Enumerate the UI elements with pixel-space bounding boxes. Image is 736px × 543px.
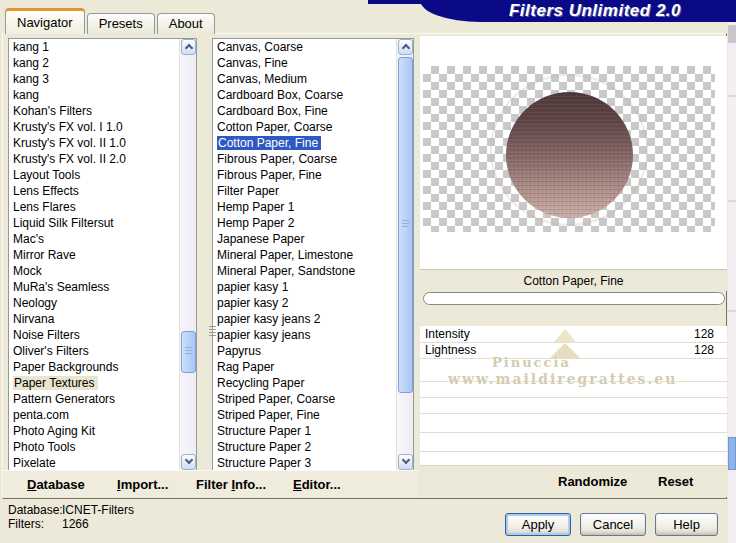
preview-texture-circle [506,92,633,218]
category-list-item[interactable]: kang [9,87,179,103]
tab-navigator[interactable]: Navigator [5,8,85,34]
filter-list-item[interactable]: Japanese Paper [213,231,396,247]
filter-list-item[interactable]: Cotton Paper, Coarse [213,119,396,135]
category-list-item[interactable]: Kohan's Filters [9,103,179,119]
filter-list-item[interactable]: Structure Paper 1 [213,423,396,439]
filter-list-item[interactable]: Hemp Paper 2 [213,215,396,231]
filter-list-item[interactable]: Mineral Paper, Sandstone [213,263,396,279]
filter-list-item[interactable]: Canvas, Medium [213,71,396,87]
filter-list-item[interactable]: Mineral Paper, Limestone [213,247,396,263]
progress-bar [423,292,725,305]
filter-list-item[interactable]: papier kasy jeans [213,327,396,343]
slider-value-lightness: 128 [694,342,714,358]
tab-presets[interactable]: Presets [87,13,155,34]
category-list-item[interactable]: Mirror Rave [9,247,179,263]
slider-label-lightness: Lightness [425,342,476,358]
category-list-item[interactable]: Nirvana [9,311,179,327]
scroll-up-icon[interactable] [398,39,413,55]
category-list-item[interactable]: Lens Flares [9,199,179,215]
scrollbar-thumb[interactable] [181,331,196,373]
transparency-checkerboard [423,66,715,232]
filter-list-item[interactable]: papier kasy jeans 2 [213,311,396,327]
filter-list: Canvas, CoarseCanvas, FineCanvas, Medium… [213,39,396,470]
scroll-up-icon[interactable] [181,39,196,55]
filter-list-item[interactable]: Fibrous Paper, Coarse [213,151,396,167]
category-list-item[interactable]: Krusty's FX vol. II 1.0 [9,135,179,151]
filter-list-item[interactable]: Canvas, Fine [213,55,396,71]
filter-list-item[interactable]: Rag Paper [213,359,396,375]
actions-bar: Randomize Reset [420,465,727,497]
apply-button[interactable]: Apply [505,513,571,536]
category-list-item[interactable]: kang 2 [9,55,179,71]
category-list-item[interactable]: MuRa's Seamless [9,279,179,295]
filters-count-value: 1266 [62,517,89,531]
category-list-item[interactable]: Mock [9,263,179,279]
filter-list-item[interactable]: Structure Paper 3 [213,455,396,471]
import-button[interactable]: Import... [117,477,168,492]
filter-list-item[interactable]: Fibrous Paper, Fine [213,167,396,183]
filter-list-item[interactable]: Striped Paper, Fine [213,407,396,423]
category-list-item[interactable]: Krusty's FX vol. II 2.0 [9,151,179,167]
category-list-item[interactable]: Photo Aging Kit [9,423,179,439]
filter-list-item[interactable]: Cardboard Box, Fine [213,103,396,119]
slider-label-intensity: Intensity [425,326,470,342]
slider-area: Intensity 128 Lightness 128 [420,326,727,465]
database-status-value: ICNET-Filters [62,503,134,517]
database-button[interactable]: Database [27,477,85,492]
category-list-item[interactable]: Neology [9,295,179,311]
category-list-item[interactable]: kang 3 [9,71,179,87]
selected-filter-name: Cotton Paper, Fine [420,269,727,291]
window-edge-scrollbar[interactable] [728,22,736,543]
category-list-item[interactable]: Paper Textures [9,375,179,391]
watermark-url: www.maildiregrattes.eu [448,371,677,387]
filter-list-item[interactable]: papier kasy 1 [213,279,396,295]
slider-thumb-icon[interactable] [554,329,576,342]
category-list-item[interactable]: Krusty's FX vol. I 1.0 [9,119,179,135]
filter-list-item[interactable]: papier kasy 2 [213,295,396,311]
filter-list-item[interactable]: Hemp Paper 1 [213,199,396,215]
scroll-down-icon[interactable] [181,454,196,470]
category-list-scrollbar[interactable] [179,39,196,470]
tab-about[interactable]: About [157,13,215,34]
category-list: kang 1kang 2kang 3kangKohan's FiltersKru… [9,39,179,470]
reset-button[interactable]: Reset [658,474,693,489]
window-title: Filters Unlimited 2.0 [420,0,736,22]
drag-handle-icon [209,326,216,338]
editor-button[interactable]: Editor... [293,477,341,492]
filter-list-item[interactable]: Canvas, Coarse [213,39,396,55]
filter-list-item[interactable]: Cardboard Box, Coarse [213,87,396,103]
watermark-author: Pinuccia [492,355,571,370]
scrollbar-thumb[interactable] [398,57,413,393]
cancel-button[interactable]: Cancel [580,513,646,536]
tab-bar: NavigatorPresetsAbout [5,8,217,34]
help-button[interactable]: Help [655,513,718,536]
category-listbox[interactable]: kang 1kang 2kang 3kangKohan's FiltersKru… [8,38,197,471]
filter-info-button[interactable]: Filter Info... [196,477,266,492]
preview-pane [420,36,727,269]
category-list-item[interactable]: penta.com [9,407,179,423]
randomize-button[interactable]: Randomize [558,474,627,489]
category-list-item[interactable]: Photo Tools [9,439,179,455]
category-list-item[interactable]: Mac's [9,231,179,247]
bottom-toolbar: Database Import... Filter Info... Editor… [3,470,418,497]
category-list-item[interactable]: Pixelate [9,455,179,471]
filter-list-item[interactable]: Striped Paper, Coarse [213,391,396,407]
category-list-item[interactable]: Pattern Generators [9,391,179,407]
filter-list-item[interactable]: Cotton Paper, Fine [213,135,396,151]
category-list-item[interactable]: Noise Filters [9,327,179,343]
category-list-item[interactable]: Layout Tools [9,167,179,183]
scroll-down-icon[interactable] [398,454,413,470]
filters-unlimited-dialog: { "window": { "title": "Filters Unlimite… [0,0,736,543]
filter-list-item[interactable]: Recycling Paper [213,375,396,391]
filter-list-item[interactable]: Papyrus [213,343,396,359]
filters-count-label: Filters: [8,517,44,531]
category-list-item[interactable]: Liquid Silk Filtersut [9,215,179,231]
category-list-item[interactable]: Paper Backgrounds [9,359,179,375]
category-list-item[interactable]: kang 1 [9,39,179,55]
filter-list-item[interactable]: Structure Paper 2 [213,439,396,455]
filter-list-item[interactable]: Filter Paper [213,183,396,199]
filter-list-scrollbar[interactable] [396,39,413,470]
category-list-item[interactable]: Lens Effects [9,183,179,199]
category-list-item[interactable]: Oliver's Filters [9,343,179,359]
filter-listbox[interactable]: Canvas, CoarseCanvas, FineCanvas, Medium… [212,38,414,471]
